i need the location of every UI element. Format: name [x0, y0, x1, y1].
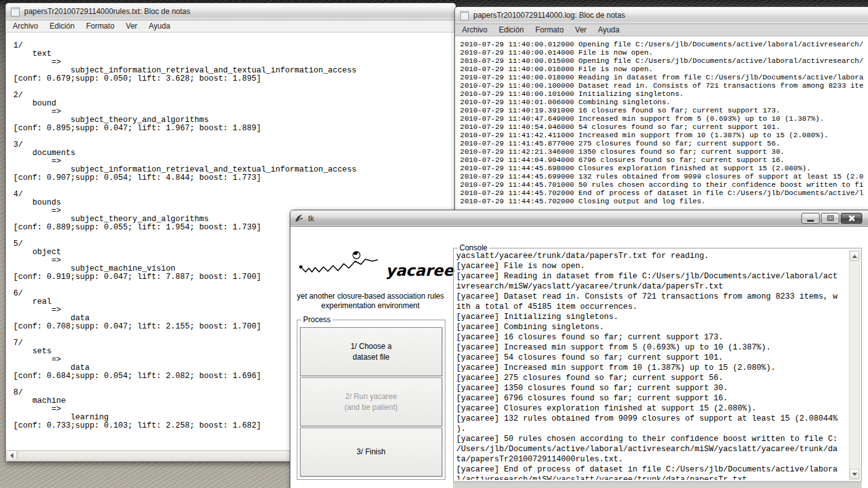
tk-window-title: tk [308, 214, 314, 223]
console-panel: Console yacslatt/yacaree/trunk/data/pape… [453, 248, 862, 482]
yacaree-brand-text: yacaree [386, 262, 454, 279]
window-tk-yacaree: tk yacaree yet another closure-based ass… [290, 210, 868, 488]
tk-titlebar[interactable]: tk [290, 210, 868, 227]
rules-titlebar[interactable]: papersTr20100729114000rules.txt: Bloc de… [6, 3, 456, 20]
log-window-title: papersTr20100729114000.log: Bloc de nota… [473, 11, 625, 20]
scroll-down-button[interactable] [850, 469, 859, 479]
close-icon [848, 215, 856, 222]
minimize-icon [807, 220, 814, 222]
menu-item[interactable]: Ver [569, 25, 592, 35]
process-step-button[interactable]: 3/ Finish [300, 428, 442, 477]
menu-item[interactable]: Ayuda [143, 21, 176, 31]
triangle-up-icon [852, 255, 857, 258]
rules-menubar: ArchivoEdiciónFormatoVerAyuda [6, 20, 456, 32]
yacaree-squiggle-icon [298, 251, 379, 279]
triangle-left-icon [10, 453, 13, 458]
log-menubar: ArchivoEdiciónFormatoVerAyuda [455, 24, 868, 36]
menu-item[interactable]: Formato [80, 21, 120, 31]
menu-item[interactable]: Ayuda [592, 25, 625, 35]
console-horizontal-scrollbar[interactable] [453, 482, 862, 488]
process-panel-label: Process [301, 315, 332, 324]
scroll-up-button[interactable] [850, 251, 859, 261]
menu-item[interactable]: Archivo [456, 25, 493, 35]
log-titlebar[interactable]: papersTr20100729114000.log: Bloc de nota… [455, 7, 868, 24]
window-controls [801, 213, 865, 224]
minimize-button[interactable] [801, 213, 820, 224]
menu-item[interactable]: Formato [529, 25, 569, 35]
menu-item[interactable]: Ver [120, 21, 143, 31]
maximize-icon [827, 215, 834, 221]
scroll-left-button[interactable] [6, 451, 17, 461]
menu-item[interactable]: Archivo [7, 21, 44, 31]
tk-content: yacaree yet another closure-based associ… [290, 227, 868, 488]
process-panel: Process 1/ Choose a dataset file2/ Run y… [297, 320, 445, 480]
tk-feather-icon [294, 214, 304, 223]
close-button[interactable] [841, 213, 862, 224]
scrollbar-thumb[interactable] [17, 451, 290, 461]
console-output[interactable]: yacslatt/yacaree/trunk/data/papersTr.txt… [456, 251, 848, 480]
notepad-icon [11, 7, 20, 17]
process-step-button[interactable]: 1/ Choose a dataset file [300, 327, 442, 376]
yacaree-tagline: yet another closure-based association ru… [290, 292, 451, 311]
menu-item[interactable]: Edición [44, 21, 80, 31]
process-step-button[interactable]: 2/ Run yacaree (and be patient) [300, 377, 442, 426]
triangle-down-icon [852, 473, 857, 476]
maximize-button[interactable] [821, 213, 839, 224]
process-buttons: 1/ Choose a dataset file2/ Run yacaree (… [300, 327, 442, 477]
rules-window-title: papersTr20100729114000rules.txt: Bloc de… [24, 7, 191, 16]
notepad-icon [460, 11, 469, 20]
console-vertical-scrollbar[interactable] [849, 250, 860, 480]
menu-item[interactable]: Edición [493, 25, 529, 35]
